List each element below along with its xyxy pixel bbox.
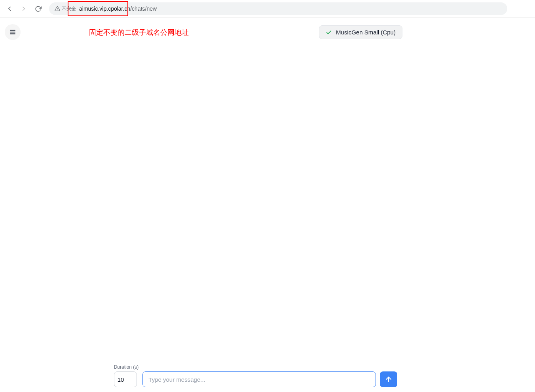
security-indicator: 不安全	[55, 6, 76, 12]
model-selector[interactable]: MusicGen Small (Cpu)	[319, 25, 402, 39]
reload-button[interactable]	[32, 3, 44, 14]
browser-toolbar: 不安全 aimusic.vip.cpolar.cn/chats/new	[0, 0, 535, 18]
menu-button[interactable]	[5, 24, 21, 40]
security-label: 不安全	[62, 6, 76, 12]
composer: Duration (s)	[0, 364, 535, 387]
reload-icon	[35, 6, 42, 12]
hamburger-icon	[9, 28, 16, 36]
warning-triangle-icon	[55, 6, 60, 11]
app-header	[0, 18, 535, 40]
back-arrow-icon	[6, 5, 13, 12]
url-text: aimusic.vip.cpolar.cn/chats/new	[79, 6, 157, 12]
send-button[interactable]	[380, 371, 397, 387]
arrow-up-icon	[385, 375, 393, 383]
duration-label: Duration (s)	[114, 364, 139, 370]
duration-group: Duration (s)	[114, 364, 139, 387]
forward-button[interactable]	[18, 3, 29, 14]
back-button[interactable]	[4, 3, 15, 14]
address-bar[interactable]: 不安全 aimusic.vip.cpolar.cn/chats/new	[49, 2, 507, 15]
url-path: /chats/new	[130, 6, 157, 12]
message-input[interactable]	[142, 371, 376, 387]
forward-arrow-icon	[20, 5, 27, 12]
url-host: aimusic.vip.cpolar.cn	[79, 6, 130, 12]
chat-content-area	[0, 44, 535, 360]
annotation-label: 固定不变的二级子域名公网地址	[89, 28, 189, 37]
model-label: MusicGen Small (Cpu)	[336, 29, 396, 36]
duration-input[interactable]	[114, 371, 137, 387]
check-icon	[326, 29, 332, 36]
